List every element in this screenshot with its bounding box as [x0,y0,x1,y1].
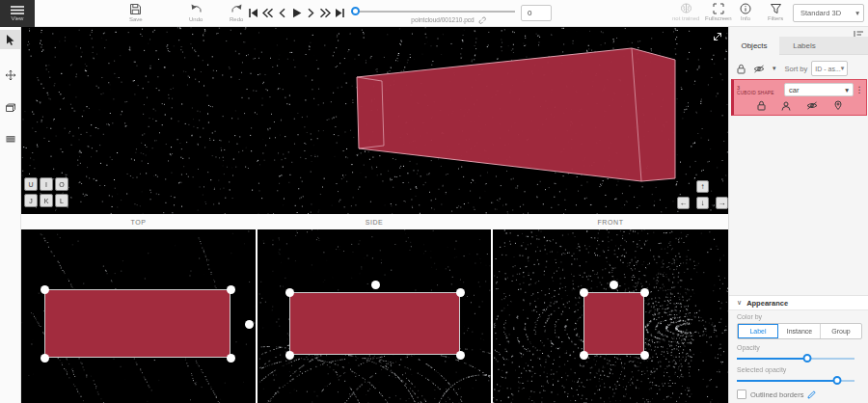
hotkey-label: J [29,198,33,204]
skip-to-start-button[interactable] [247,7,259,19]
info-label: Info [741,15,750,21]
sort-by-label: Sort by [785,65,808,73]
top-toolbar: View Save Undo Redo pointcloud/001210.pc… [0,0,868,27]
fast-forward-button[interactable] [319,7,332,19]
paint-region-tool-button[interactable] [0,129,20,148]
nudge-left-button[interactable]: ← [677,197,690,209]
hotkey-label: L [60,198,64,204]
handle-top-left[interactable] [41,285,49,294]
sort-dropdown-value: ID - as... [815,66,840,72]
hotkey-k[interactable]: K [40,194,53,207]
file-row: pointcloud/001210.pcd [366,15,530,24]
link-icon[interactable] [477,15,486,24]
objects-toolbar: ▾ Sort by ID - as... ▾ [729,58,868,79]
handle-top-left[interactable] [285,288,294,297]
step-forward-icon [307,8,315,18]
object-card-car[interactable]: 3 CUBOID SHAPE car ▾ ⋮ [731,79,867,116]
color-by-option-label[interactable]: Label [738,324,779,338]
skip-to-end-button[interactable] [334,7,346,19]
handle-top-left[interactable] [580,288,588,297]
undo-icon [190,3,203,15]
top-ortho-view[interactable] [21,229,256,403]
filters-label: Filters [768,15,783,21]
outlined-borders-checkbox[interactable] [737,390,746,399]
undo-button[interactable]: Undo [189,3,203,22]
caret-down-icon[interactable]: ▾ [773,65,776,72]
pin-object-icon[interactable] [833,100,843,111]
save-button[interactable]: Save [129,3,143,22]
handle-top-center[interactable] [371,281,380,289]
handle-bottom-left[interactable] [41,354,49,363]
handle-top-center[interactable] [610,281,618,289]
handle-bottom-left[interactable] [285,351,294,360]
hotkey-o[interactable]: O [55,177,68,191]
hide-all-icon[interactable] [753,65,765,73]
cuboid-projection-side[interactable] [289,292,460,355]
assign-user-icon[interactable] [781,101,791,111]
hide-object-icon[interactable] [806,101,818,110]
info-button[interactable]: Info [740,3,751,21]
lock-all-icon[interactable] [737,64,746,74]
filters-button[interactable]: Filters [768,3,783,21]
main-menu-button[interactable]: View [0,0,35,27]
fast-forward-icon [320,8,331,18]
fullscreen-button[interactable]: Fullscreen [705,3,732,21]
sort-dropdown[interactable]: ID - as... ▾ [811,61,848,76]
cuboid-projection-front[interactable] [583,292,644,355]
redo-button[interactable]: Redo [230,3,243,22]
hotkey-j[interactable]: J [24,194,38,207]
appearance-section-header[interactable]: ∨ Appearance [729,295,868,310]
selected-opacity-slider[interactable] [737,376,854,386]
object-class-dropdown[interactable]: car ▾ [784,83,854,96]
object-menu-icon[interactable]: ⋮ [854,85,865,94]
cuboid-tool-button[interactable] [0,98,20,118]
handle-rotate[interactable] [245,320,254,329]
nudge-up-button[interactable]: ↑ [696,180,709,193]
handle-bottom-right[interactable] [227,354,235,363]
handle-top-right[interactable] [227,285,235,294]
nudge-down-button[interactable]: ↓ [696,197,709,209]
lock-object-icon[interactable] [757,100,766,111]
fast-backward-button[interactable] [261,7,274,19]
ai-model-button[interactable]: not trained [672,3,699,21]
pan-tool-button[interactable] [0,66,20,85]
nudge-right-button[interactable]: → [716,197,728,209]
selected-opacity-slider-knob[interactable] [832,376,841,385]
handle-bottom-right[interactable] [640,351,649,360]
step-forward-button[interactable] [305,7,317,19]
object-shape-label: CUBOID SHAPE [737,91,784,95]
tab-labels[interactable]: Labels [779,37,829,55]
color-by-option-group[interactable]: Group [821,324,861,338]
hotkey-l[interactable]: L [55,194,68,207]
side-ortho-view[interactable] [258,229,491,403]
opacity-slider[interactable] [737,354,854,363]
opacity-slider-knob[interactable] [803,354,812,363]
color-by-option-instance[interactable]: Instance [779,324,821,338]
frame-slider-knob[interactable] [351,7,360,15]
handle-top-right[interactable] [640,288,649,297]
ai-status-label: not trained [672,15,699,21]
skip-end-icon [335,8,345,18]
hotkey-u[interactable]: U [24,177,38,191]
perspective-viewport[interactable]: U I O J K L ↑ ← ↓ → [21,27,728,214]
cuboid-annotation[interactable] [21,27,728,214]
cuboid-projection-top[interactable] [44,289,231,358]
outlined-borders-row: Outlined borders [737,390,816,399]
select-tool-button[interactable] [0,30,20,49]
handle-top-right[interactable] [456,288,465,297]
play-button[interactable] [290,7,303,19]
opacity-label: Opacity [737,344,760,351]
handle-bottom-left[interactable] [580,351,588,360]
front-ortho-view[interactable] [493,229,728,403]
frame-number-input[interactable] [521,5,552,21]
edit-pencil-icon[interactable] [807,390,816,399]
step-backward-button[interactable] [276,7,288,19]
selected-opacity-label: Selected opacity [737,366,786,373]
panel-tabs: Objects Labels [729,37,868,55]
expand-view-icon[interactable] [712,31,723,42]
hotkey-i[interactable]: I [40,177,53,191]
layout-dropdown[interactable]: Standard 3D ▾ [793,4,864,22]
tab-objects[interactable]: Objects [729,37,779,55]
color-by-label: Color by [737,313,762,320]
handle-bottom-right[interactable] [456,351,465,360]
